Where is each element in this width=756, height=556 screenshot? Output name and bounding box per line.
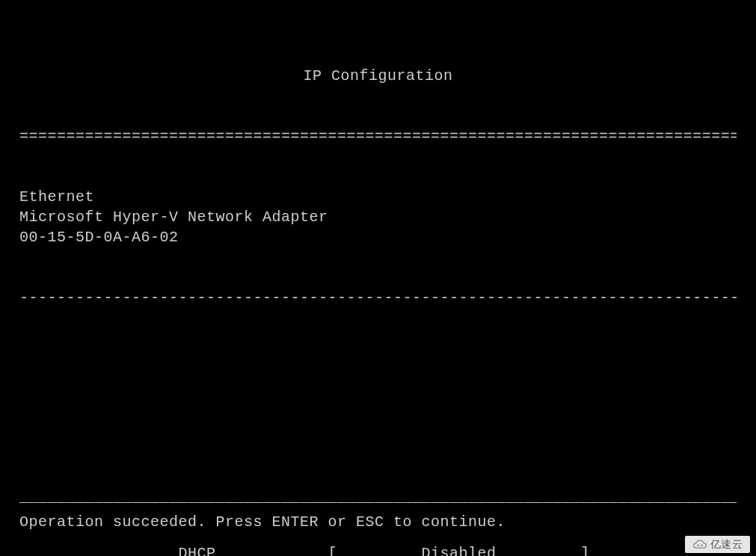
adapter-type: Ethernet	[19, 188, 94, 206]
status-section: ________________________________________…	[19, 487, 737, 532]
console-screen: IP Configuration =======================…	[0, 0, 756, 556]
divider-single: ----------------------------------------…	[19, 288, 737, 308]
adapter-mac: 00-15-5D-0A-A6-02	[19, 229, 179, 246]
cloud-icon	[692, 538, 707, 552]
adapter-info: Ethernet Microsoft Hyper-V Network Adapt…	[19, 187, 737, 247]
status-message: Operation succeeded. Press ENTER or ESC …	[19, 512, 737, 532]
svg-point-1	[701, 544, 703, 546]
dhcp-value[interactable]: Disabled	[422, 545, 497, 556]
watermark-badge: 亿速云	[685, 536, 751, 553]
dhcp-row[interactable]: DHCP [ Disabled ]	[19, 543, 737, 556]
divider-bottom: ________________________________________…	[19, 487, 737, 507]
watermark-text: 亿速云	[710, 537, 743, 552]
adapter-name: Microsoft Hyper-V Network Adapter	[19, 208, 328, 226]
svg-point-0	[697, 544, 699, 546]
divider-double: ========================================…	[19, 126, 737, 146]
dhcp-label: DHCP	[179, 545, 216, 556]
page-title: IP Configuration	[19, 66, 737, 86]
